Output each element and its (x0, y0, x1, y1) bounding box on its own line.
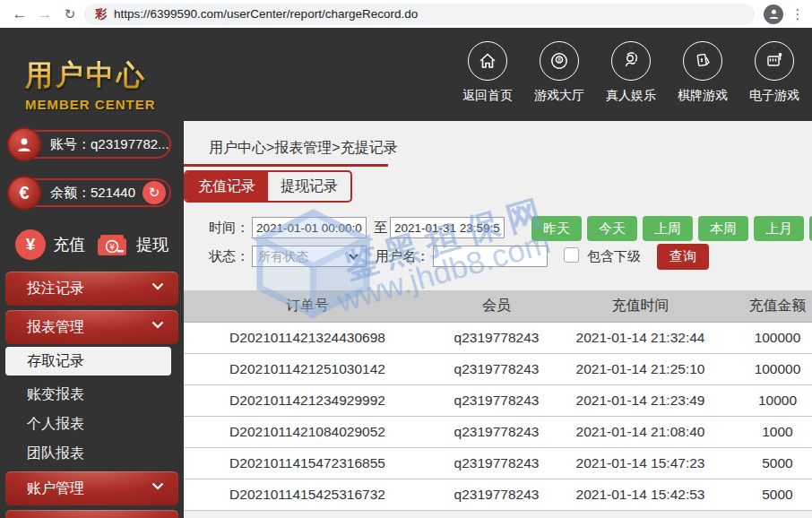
sidebar-item-team-report[interactable]: 团队报表 (0, 438, 184, 468)
refresh-balance-icon[interactable]: ↻ (143, 181, 166, 204)
charge-amount-cell: 5000 (719, 487, 812, 503)
status-select[interactable]: 所有状态 (252, 246, 367, 267)
url-text[interactable]: https://6399590.com/userCenter/report/ch… (114, 7, 418, 21)
table-row: D2021011421084029052 q2319778243 2021-01… (184, 417, 812, 448)
logo-title: 用户中心 (25, 56, 204, 94)
charge-time-cell: 2021-01-14 21:32:44 (562, 330, 719, 346)
sidebar-item-bet-records[interactable]: 投注记录 (5, 272, 178, 306)
site-logo: 用户中心 MEMBER CENTER (25, 56, 204, 112)
sidebar-item-personal-report[interactable]: 个人报表 (0, 409, 184, 438)
browser-reload-icon[interactable]: ↻ (57, 6, 82, 22)
svg-text:¥: ¥ (109, 243, 115, 252)
sidebar-menu: 投注记录 报表管理 存取记录 账变报表 个人报表 团队报表 账户管理 (0, 272, 184, 518)
quick-range-last-week-button[interactable]: 上周 (643, 216, 693, 241)
home-icon (468, 41, 507, 81)
include-subordinates-checkbox[interactable] (564, 247, 579, 263)
column-header-member: 会员 (431, 297, 562, 315)
user-icon (7, 127, 41, 161)
tab-withdraw-records[interactable]: 提现记录 (268, 172, 350, 201)
to-label: 至 (374, 220, 387, 237)
wallet-icon: ¥ (95, 231, 129, 258)
order-no-cell: D2021011415425316732 (184, 487, 431, 503)
column-header-order-no: 订单号 (184, 297, 431, 315)
username-input[interactable] (433, 246, 548, 267)
time-label: 时间： (209, 220, 249, 237)
playing-cards-icon (683, 41, 722, 81)
billiard-ball-icon: 8 (540, 41, 579, 81)
tab-recharge-records[interactable]: 充值记录 (186, 172, 268, 201)
yen-icon: ¥ (15, 229, 46, 260)
member-cell: q2319778243 (431, 330, 562, 346)
nav-item-live-casino[interactable]: 真人娱乐 (595, 28, 667, 121)
address-bar[interactable]: 彩 https://6399590.com/userCenter/report/… (84, 4, 755, 25)
chevron-down-icon (349, 254, 358, 260)
table-row: D2021011415425316732 q2319778243 2021-01… (184, 479, 812, 511)
quick-range-last-month-button[interactable]: 上月 (754, 216, 804, 241)
order-no-cell: D2021011421324430698 (184, 330, 431, 346)
table-row: D2021011421251030142 q2319778243 2021-01… (184, 354, 812, 385)
browser-profile-icon[interactable] (764, 4, 783, 24)
charge-amount-cell: 100000 (719, 361, 812, 377)
balance-label: 余额：521440 (50, 185, 135, 200)
breadcrumb: 用户中心>报表管理>充提记录 (184, 121, 812, 164)
include-subordinates-label: 包含下级 (587, 248, 641, 265)
breadcrumb-divider (184, 164, 388, 167)
logo-subtitle: MEMBER CENTER (25, 97, 204, 112)
person-icon (768, 8, 780, 20)
chevron-down-icon (151, 482, 164, 490)
recharge-label: 充值 (53, 234, 85, 255)
record-tabs: 充值记录 提现记录 (184, 170, 352, 203)
charge-amount-cell: 5000 (719, 455, 812, 471)
member-cell: q2319778243 (431, 424, 562, 440)
slot-machine-icon (755, 41, 794, 81)
recharge-button[interactable]: ¥ 充值 (15, 229, 85, 260)
browser-back-icon[interactable]: ← (7, 5, 32, 23)
quick-range-today-button[interactable]: 今天 (587, 216, 637, 241)
filter-panel: 时间： 至 昨天 今天 上周 本周 上月 状态： 所有状态 用户名： 包含下级 … (184, 217, 812, 280)
nav-label: 棋牌游戏 (678, 88, 728, 104)
charge-amount-cell: 1000 (719, 424, 812, 440)
member-cell: q2319778243 (431, 393, 562, 409)
quick-range-yesterday-button[interactable]: 昨天 (531, 216, 582, 241)
nav-item-card-games[interactable]: 棋牌游戏 (667, 28, 739, 121)
sidebar-item-account-management[interactable]: 账户管理 (5, 471, 178, 505)
nav-item-game-hall[interactable]: 8 游戏大厅 (523, 28, 595, 121)
browser-toolbar: ← → ↻ 彩 https://6399590.com/userCenter/r… (0, 0, 812, 28)
charge-time-cell: 2021-01-14 21:23:49 (562, 393, 719, 409)
column-header-charge-amount: 充值金额 (719, 297, 812, 315)
charge-records-table: 订单号 会员 充值时间 充值金额 D2021011421324430698 q2… (184, 290, 812, 511)
member-cell: q2319778243 (431, 361, 562, 377)
time-from-input[interactable] (252, 217, 367, 238)
charge-amount-cell: 100000 (719, 330, 812, 346)
browser-forward-icon[interactable]: → (32, 5, 57, 23)
chevron-down-icon (151, 321, 164, 329)
top-navigation: 返回首页 8 游戏大厅 (452, 28, 810, 121)
nav-item-slots[interactable]: 电子游戏 (739, 28, 810, 121)
sidebar-item-deposit-withdraw-records[interactable]: 存取记录 (5, 347, 171, 376)
time-to-input[interactable] (390, 217, 505, 238)
svg-text:8: 8 (557, 56, 561, 64)
account-pill: 账号：q23197782... (7, 130, 171, 159)
sidebar-item-account-change-report[interactable]: 账变报表 (0, 379, 184, 409)
withdraw-label: 提现 (136, 234, 168, 255)
withdraw-button[interactable]: ¥ 提现 (95, 231, 168, 258)
browser-menu-icon[interactable]: ⋮ (790, 6, 805, 22)
table-header-row: 订单号 会员 充值时间 充值金额 (184, 290, 812, 323)
sidebar: 账号：q23197782... € 余额：521440 ↻ ¥ 充值 (0, 121, 184, 518)
quick-range-this-week-button[interactable]: 本周 (698, 216, 748, 241)
query-button[interactable]: 查询 (657, 244, 709, 270)
username-label: 用户名： (376, 248, 429, 265)
sidebar-item-agent-management[interactable]: 代理管理 (5, 510, 178, 518)
column-header-charge-time: 充值时间 (562, 297, 719, 315)
nav-item-home[interactable]: 返回首页 (452, 28, 523, 121)
charge-time-cell: 2021-01-14 21:25:10 (562, 361, 719, 377)
status-select-value: 所有状态 (258, 249, 308, 263)
sidebar-item-report-management[interactable]: 报表管理 (5, 310, 178, 344)
charge-amount-cell: 10000 (719, 393, 812, 409)
table-row: D2021011421234929992 q2319778243 2021-01… (184, 385, 812, 417)
table-row: D2021011421324430698 q2319778243 2021-01… (184, 323, 812, 354)
member-cell: q2319778243 (431, 455, 562, 471)
chevron-down-icon (151, 282, 164, 290)
member-cell: q2319778243 (431, 487, 562, 503)
order-no-cell: D2021011421234929992 (184, 393, 431, 409)
